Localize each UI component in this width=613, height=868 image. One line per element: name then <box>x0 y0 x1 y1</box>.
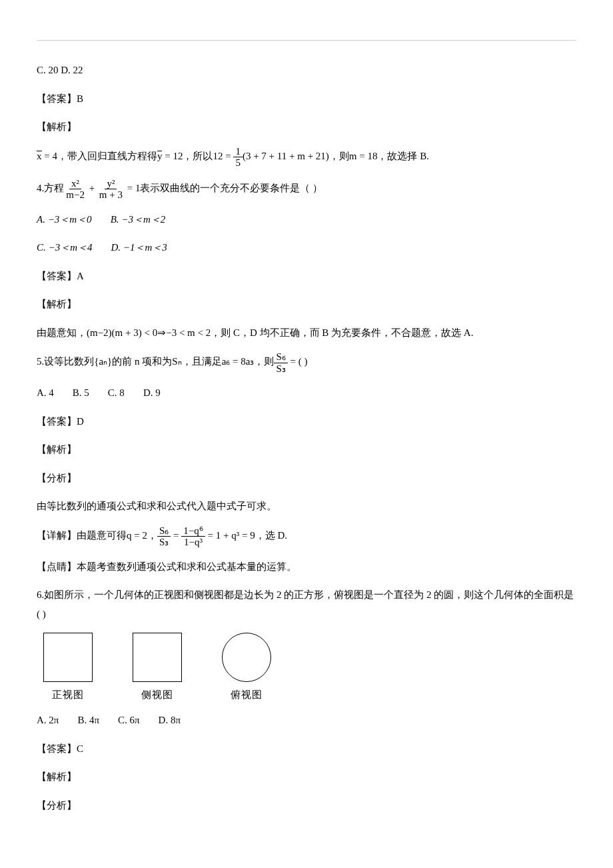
q4-eq-tail: = 1表示双曲线的一个充分不必要条件是（ ） <box>125 183 322 193</box>
opt-d: D. 9 <box>143 387 161 398</box>
comment-label: 【点睛】 <box>37 561 77 572</box>
opt-c: C. 8 <box>108 387 125 398</box>
top-view-label: 俯视图 <box>222 689 271 701</box>
opt-c: C. 6π <box>118 715 140 725</box>
eq: = <box>171 530 181 541</box>
q6-answer: 【答案】C <box>37 739 576 759</box>
frac-num: x² <box>69 178 81 190</box>
frac-num: 1−q⁶ <box>181 525 205 537</box>
q3-explain-label: 【解析】 <box>37 117 576 137</box>
q3-solution: x = 4，带入回归直线方程得y = 12，所以12 = 15(3 + 7 + … <box>37 146 576 169</box>
q6-analysis-label: 【分析】 <box>37 796 576 815</box>
detail-pre: 由题意可得q = 2， <box>77 530 157 541</box>
q3-options-cd: C. 20 D. 22 <box>37 61 576 80</box>
opt-a: A. −3＜m＜0 <box>37 214 92 225</box>
frac-den: S₃ <box>157 537 171 548</box>
answer-value: C <box>77 743 83 754</box>
square-icon <box>133 633 182 682</box>
q4-stem: 4.方程x²m−2 + y²m + 3 = 1表示双曲线的一个充分不必要条件是（… <box>37 178 576 201</box>
q4-stem-pre: 4.方程 <box>37 183 64 193</box>
q5-stem: 5.设等比数列{aₙ}的前 n 项和为Sₙ，且满足a₆ = 8a₃，则S₆S₃ … <box>37 351 576 374</box>
comment-text: 本题考查数列通项公式和求和公式基本量的运算。 <box>77 561 297 572</box>
sol-text-3: 12 = <box>213 151 233 161</box>
document-page: C. 20 D. 22 【答案】B 【解析】 x = 4，带入回归直线方程得y … <box>0 0 613 851</box>
frac-s6-s3: S₆S₃ <box>274 351 287 374</box>
xbar: x <box>37 151 42 161</box>
q4-solution: 由题意知，(m−2)(m + 3) < 0⇒−3 < m < 2，则 C，D 均… <box>37 323 576 343</box>
opt-a: A. 4 <box>37 387 54 398</box>
q4-explain-label: 【解析】 <box>37 295 576 314</box>
opt-d: D. −1＜m＜3 <box>111 242 167 253</box>
q5-stem-pre: 5.设等比数列{aₙ}的前 n 项和为Sₙ，且满足a₆ = 8a₃，则 <box>37 356 274 367</box>
q5-answer: 【答案】D <box>37 412 576 431</box>
q4-options-ab: A. −3＜m＜0B. −3＜m＜2 <box>37 210 576 229</box>
answer-label: 【答案】 <box>37 93 77 104</box>
sol-text-after: (3 + 7 + 11 + m + 21)，则m = 18，故选择 B. <box>243 151 429 161</box>
q3-answer: 【答案】B <box>37 89 576 109</box>
three-views: 正视图 侧视图 俯视图 <box>43 633 576 701</box>
frac-num: 1 <box>233 146 243 158</box>
opt-b: B. 5 <box>73 387 89 398</box>
q5-analysis-label: 【分析】 <box>37 469 576 488</box>
frac-x2-m2: x²m−2 <box>64 178 87 201</box>
frac-num: S₆ <box>274 351 287 363</box>
frac-s6-s3-2: S₆S₃ <box>157 525 171 548</box>
frac-den: 1−q³ <box>182 537 205 548</box>
opt-d: D. 8π <box>159 715 181 725</box>
q5-explain-label: 【解析】 <box>37 440 576 459</box>
q6-stem: 6.如图所示，一个几何体的正视图和侧视图都是边长为 2 的正方形，俯视图是一个直… <box>37 585 576 623</box>
q5-options: A. 4B. 5C. 8D. 9 <box>37 383 576 403</box>
frac-1-5: 15 <box>233 146 243 169</box>
sol-text-2: = 12，所以 <box>162 151 213 161</box>
opt-c: C. −3＜m＜4 <box>37 242 92 253</box>
q5-comment: 【点睛】本题考查数列通项公式和求和公式基本量的运算。 <box>37 557 576 577</box>
frac-num: y² <box>105 178 117 190</box>
answer-value: D <box>77 416 84 427</box>
side-view: 侧视图 <box>133 633 182 701</box>
frac-y2-m3: y²m + 3 <box>97 178 125 201</box>
answer-label: 【答案】 <box>37 416 77 427</box>
answer-label: 【答案】 <box>37 743 77 754</box>
front-view: 正视图 <box>43 633 93 701</box>
opt-b: B. −3＜m＜2 <box>111 214 166 225</box>
frac-den: S₃ <box>274 363 287 375</box>
q5-stem-mid: = ( ) <box>288 356 308 367</box>
side-view-label: 侧视图 <box>133 689 182 701</box>
q6-options: A. 2πB. 4πC. 6πD. 8π <box>37 711 576 730</box>
header-rule <box>37 40 576 41</box>
opt-a: A. 2π <box>37 715 59 725</box>
answer-label: 【答案】 <box>37 271 77 281</box>
q5-analysis: 由等比数列的通项公式和求和公式代入题中式子可求。 <box>37 497 576 516</box>
frac-den: m−2 <box>64 189 87 201</box>
answer-value: A <box>77 271 84 281</box>
front-view-label: 正视图 <box>43 689 93 701</box>
q4-answer: 【答案】A <box>37 267 576 286</box>
opt-b: B. 4π <box>77 715 99 725</box>
frac-1q6-1q3: 1−q⁶1−q³ <box>181 525 205 548</box>
plus: + <box>87 183 97 193</box>
frac-den: m + 3 <box>97 189 125 201</box>
sol-text-1: = 4，带入回归直线方程得 <box>42 151 157 161</box>
frac-den: 5 <box>233 157 243 169</box>
q5-detail: 【详解】由题意可得q = 2，S₆S₃ = 1−q⁶1−q³ = 1 + q³ … <box>37 525 576 548</box>
answer-value: B <box>77 93 83 104</box>
detail-label: 【详解】 <box>37 530 77 541</box>
frac-num: S₆ <box>157 525 171 537</box>
q4-options-cd: C. −3＜m＜4D. −1＜m＜3 <box>37 238 576 257</box>
square-icon <box>43 633 93 682</box>
q6-explain-label: 【解析】 <box>37 767 576 787</box>
circle-icon <box>222 633 271 682</box>
top-view: 俯视图 <box>222 633 271 701</box>
detail-post: = 1 + q³ = 9，选 D. <box>205 530 287 541</box>
